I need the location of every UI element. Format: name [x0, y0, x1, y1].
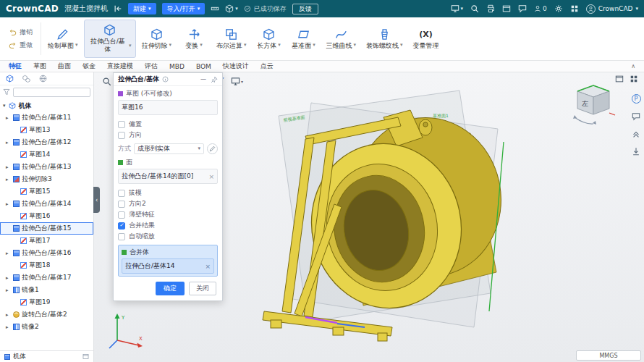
tree-root-node[interactable]: ▾ 机体 — [0, 100, 93, 111]
tree-item[interactable]: ▸ 草图14 — [0, 148, 93, 161]
expand-arrow-icon[interactable]: ▸ — [6, 287, 11, 293]
clear-face-icon[interactable]: × — [208, 173, 214, 180]
model-tree-tab-icon[interactable] — [6, 75, 14, 83]
pin-icon[interactable] — [211, 76, 218, 83]
ribbon-tool-button[interactable]: 三维曲线▾ — [322, 20, 361, 58]
fullscreen-icon[interactable] — [502, 4, 511, 13]
properties-badge[interactable]: P — [632, 94, 641, 104]
ribbon-tab[interactable]: 曲面 — [58, 62, 71, 71]
tree-item[interactable]: ▸ 拉伸凸台/基体14 — [0, 198, 93, 210]
tree-item[interactable]: ▸ 旋转凸台/基体2 — [0, 308, 93, 321]
autoscale-checkbox-row[interactable]: 自动缩放 — [118, 231, 218, 242]
clear-merge-icon[interactable]: × — [205, 263, 211, 270]
expand-arrow-icon[interactable]: ▸ — [6, 275, 11, 281]
tree-item[interactable]: ▸ 草图16 — [0, 210, 93, 222]
close-button[interactable]: 关闭 — [189, 282, 216, 295]
redo-button[interactable]: 重做 — [9, 41, 33, 50]
ribbon-tool-button[interactable]: 长方体▾ — [253, 20, 286, 58]
tree-item[interactable]: ▸ 草图19 — [0, 296, 93, 308]
download-view-icon[interactable] — [632, 147, 640, 156]
part-bottom-tab[interactable]: 机体 — [0, 350, 93, 362]
offset-checkbox[interactable] — [118, 121, 125, 128]
expand-arrow-icon[interactable]: ▸ — [6, 164, 11, 170]
method-select[interactable]: 成形到实体▾ — [134, 143, 204, 154]
display-style-icon[interactable]: ▾ — [230, 75, 244, 88]
merge-body-field[interactable]: 拉伸凸台/基体14× — [122, 258, 214, 274]
ribbon-tab[interactable]: 草图 — [33, 62, 46, 71]
tree-item[interactable]: ▸ 镜像2 — [0, 321, 93, 333]
minimize-icon[interactable]: — — [200, 76, 206, 83]
web-tab-icon[interactable] — [39, 75, 47, 83]
display-settings-icon[interactable]: ▾ — [451, 4, 464, 13]
expand-arrow-icon[interactable]: ▸ — [6, 251, 11, 256]
merge-result-checkbox[interactable]: ✓ — [118, 222, 125, 230]
direction-checkbox[interactable] — [118, 132, 125, 139]
ribbon-collapse-icon[interactable]: ∧ — [631, 63, 635, 70]
expand-arrow-icon[interactable]: ▸ — [6, 177, 11, 182]
thinwall-checkbox[interactable] — [118, 211, 125, 219]
account-menu[interactable]: CrownCAD ▾ — [586, 4, 638, 14]
ribbon-tool-button[interactable]: 拉伸切除▾ — [137, 20, 177, 58]
print-icon[interactable] — [486, 4, 495, 13]
assembly-tab-icon[interactable] — [22, 75, 30, 83]
offset-checkbox-row[interactable]: 偏置 — [118, 119, 218, 130]
online-users[interactable]: 0 — [534, 5, 547, 12]
model-view-icon[interactable]: ▾ — [225, 4, 238, 13]
ribbon-tool-button[interactable]: 拉伸凸台/基体▾ — [84, 20, 136, 58]
zoom-icon[interactable] — [100, 75, 114, 88]
tree-item[interactable]: ▸ 拉伸凸台/基体15 — [0, 222, 93, 235]
edit-pencil-button[interactable] — [207, 143, 218, 154]
tree-item[interactable]: ▸ 草图18 — [0, 259, 93, 272]
tree-filter-input[interactable] — [13, 88, 90, 97]
tree-item[interactable]: ▸ 拉伸凸台/基体13 — [0, 161, 93, 173]
tree-item[interactable]: ▸ 草图13 — [0, 124, 93, 136]
autoscale-checkbox[interactable] — [118, 233, 125, 240]
dialog-title-bar[interactable]: 拉伸凸台/基体 — — [114, 73, 222, 86]
expand-arrow-icon[interactable]: ▸ — [6, 312, 11, 318]
ok-button[interactable]: 确定 — [156, 282, 185, 295]
tree-item[interactable]: ▸ 拉伸切除3 — [0, 173, 93, 185]
ribbon-tab[interactable]: 特征 — [9, 62, 22, 71]
undo-button[interactable]: 撤销 — [9, 28, 33, 37]
tree-item[interactable]: ▸ 拉伸凸台/基体16 — [0, 247, 93, 259]
expand-arrow-icon[interactable]: ▸ — [6, 201, 11, 207]
import-open-button[interactable]: 导入/打开▾ — [162, 3, 206, 14]
thinwall-checkbox-row[interactable]: 薄壁特征 — [118, 209, 218, 220]
view-cube[interactable]: 左 — [570, 81, 617, 126]
tree-item[interactable]: ▸ 拉伸凸台/基体12 — [0, 136, 93, 148]
collapse-up-icon[interactable] — [632, 130, 640, 138]
direction2-checkbox-row[interactable]: 方向2 — [118, 198, 218, 209]
draft-checkbox[interactable] — [118, 190, 125, 197]
settings-gear-icon[interactable] — [554, 4, 563, 13]
ribbon-tool-button[interactable]: 基准面▾ — [287, 20, 321, 58]
face-field[interactable]: 拉伸凸台/基体14的面[0]× — [118, 169, 218, 184]
expand-arrow-icon[interactable]: ▸ — [6, 140, 11, 146]
ribbon-tool-button[interactable]: 布尔运算▾ — [212, 20, 251, 58]
tree-item[interactable]: ▸ 镜像1 — [0, 284, 93, 296]
expand-arrow-icon[interactable]: ▸ — [6, 115, 11, 121]
info-icon[interactable] — [162, 76, 169, 83]
apps-grid-icon[interactable] — [570, 4, 579, 13]
direction-checkbox-row[interactable]: 方向 — [118, 130, 218, 140]
back-icon[interactable] — [114, 4, 122, 13]
feedback-button[interactable]: 反馈 — [292, 4, 318, 14]
new-button[interactable]: 新建▾ — [128, 3, 156, 14]
ribbon-tool-button[interactable]: 变换▾ — [177, 20, 211, 58]
ribbon-tab[interactable]: 钣金 — [82, 62, 96, 71]
units-selector[interactable]: MMGS — [576, 350, 641, 361]
view-cube-face-label[interactable]: 左 — [582, 100, 588, 107]
tree-item[interactable]: ▸ 草图17 — [0, 235, 93, 247]
ribbon-tab[interactable]: MBD — [169, 63, 185, 70]
layout-grid-icon[interactable] — [630, 75, 638, 83]
ribbon-tool-button[interactable]: 装饰螺纹线▾ — [362, 20, 407, 58]
tree-item[interactable]: ▸ 草图15 — [0, 185, 93, 198]
ribbon-tab[interactable]: 直接建模 — [107, 62, 133, 71]
sketch-field[interactable]: 草图16 — [118, 100, 218, 115]
ribbon-tool-button[interactable]: (X) 变量管理▾ — [409, 20, 444, 58]
ribbon-tab[interactable]: 评估 — [145, 62, 158, 71]
tree-item[interactable]: ▸ 拉伸凸台/基体11 — [0, 111, 93, 124]
draft-checkbox-row[interactable]: 拔模 — [118, 188, 218, 198]
tree-item[interactable]: ▸ 拉伸凸台/基体17 — [0, 272, 93, 284]
ribbon-tab[interactable]: BOM — [196, 63, 211, 70]
expand-arrow-icon[interactable]: ▸ — [6, 324, 11, 330]
